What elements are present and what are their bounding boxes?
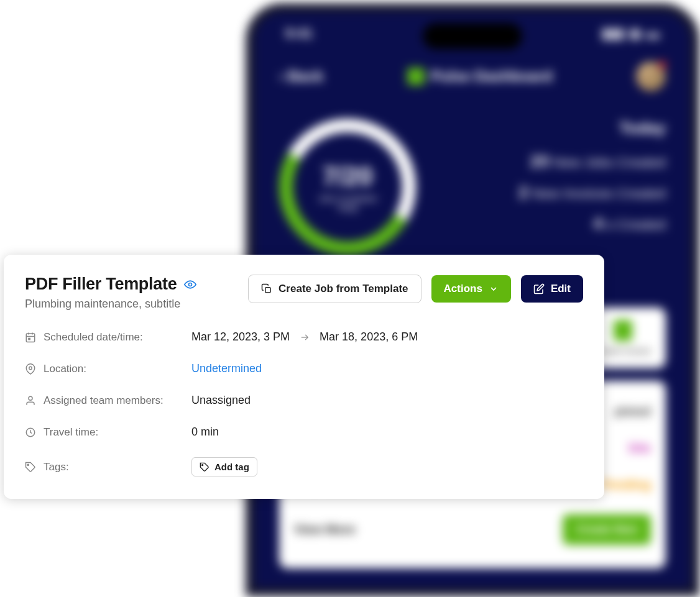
status-badge: pleted	[614, 404, 651, 419]
stat-line: 4 s Created	[435, 214, 666, 234]
scheduled-start: Mar 12, 2023, 3 PM	[191, 330, 290, 344]
svg-point-0	[189, 283, 192, 286]
scheduled-label: Scheduled date/time:	[25, 331, 191, 344]
phone-title-text: Pulse Dashboard	[431, 68, 553, 85]
create-job-label: Create Job from Template	[279, 283, 408, 295]
add-tag-button[interactable]: Add tag	[191, 457, 257, 476]
tag-icon	[25, 462, 36, 473]
tags-row: Tags: Add tag	[25, 457, 583, 476]
status-badge: Pending	[602, 478, 651, 492]
stat-line: 2 New Invoices Created	[435, 183, 666, 203]
location-label: Location:	[25, 363, 191, 375]
phone-stats: Today 20 New Jobs Created 2 New Invoices…	[435, 119, 666, 255]
scheduled-row: Scheduled date/time: Mar 12, 2023, 3 PM …	[25, 330, 583, 344]
phone-status-icons: ▮▮▮ ◉ ▬	[602, 25, 660, 42]
arrow-right-icon	[298, 333, 311, 342]
person-icon	[25, 395, 36, 406]
copy-icon	[261, 283, 272, 294]
location-value[interactable]: Undetermined	[191, 362, 262, 375]
location-icon	[25, 363, 36, 375]
ring-label: Jobs Completed Today	[313, 194, 382, 212]
wifi-icon: ◉	[629, 25, 641, 42]
clock-icon	[25, 427, 36, 438]
assigned-value: Unassigned	[191, 394, 251, 407]
svg-rect-6	[29, 338, 30, 339]
travel-row: Travel time: 0 min	[25, 426, 583, 439]
phone-header: ‹ Back Pulse Dashboard	[254, 42, 691, 104]
edit-label: Edit	[551, 283, 571, 295]
svg-point-9	[29, 396, 32, 400]
list-footer: View More Create New	[294, 503, 651, 556]
chevron-left-icon: ‹	[279, 68, 284, 85]
create-new-button[interactable]: Create New	[563, 514, 651, 545]
svg-point-11	[27, 464, 29, 465]
stats-heading: Today	[435, 119, 666, 138]
svg-rect-1	[265, 288, 270, 293]
scheduled-end: Mar 18, 2023, 6 PM	[320, 330, 418, 344]
stat-line: 20 New Jobs Created	[435, 152, 666, 171]
visibility-icon[interactable]	[184, 278, 196, 291]
travel-label: Travel time:	[25, 426, 191, 439]
create-job-button[interactable]: Create Job from Template	[248, 275, 421, 303]
add-tag-label: Add tag	[214, 462, 249, 472]
tags-label: Tags:	[25, 461, 191, 473]
template-detail-card: PDF Filler Template Plumbing maintenance…	[4, 255, 604, 499]
assigned-label: Assigned team members:	[25, 394, 191, 407]
phone-notch	[423, 23, 522, 49]
edit-button[interactable]: Edit	[521, 275, 583, 303]
edit-icon	[533, 283, 545, 294]
svg-point-8	[29, 367, 32, 370]
scheduled-value: Mar 12, 2023, 3 PM Mar 18, 2023, 6 PM	[191, 330, 418, 344]
phone-time: 9:41	[285, 25, 313, 42]
tags-value: Add tag	[191, 457, 257, 476]
svg-point-12	[202, 464, 203, 465]
page-title: PDF Filler Template	[25, 275, 177, 294]
calendar-icon	[25, 332, 36, 343]
assigned-row: Assigned team members: Unassigned	[25, 394, 583, 407]
tag-icon	[200, 462, 210, 472]
title-block: PDF Filler Template Plumbing maintenance…	[25, 275, 196, 311]
progress-ring: 7/20 Jobs Completed Today	[279, 119, 416, 255]
travel-value: 0 min	[191, 426, 219, 439]
phone-back-button[interactable]: ‹ Back	[279, 68, 323, 85]
battery-icon: ▬	[646, 25, 660, 42]
page-subtitle: Plumbing maintenance, subtitle	[25, 298, 196, 311]
ring-value: 7/20	[313, 162, 382, 191]
avatar[interactable]	[636, 62, 666, 91]
card-header: PDF Filler Template Plumbing maintenance…	[25, 275, 583, 311]
status-badge: Site	[628, 441, 651, 455]
actions-button[interactable]: Actions	[431, 275, 511, 303]
phone-back-label: Back	[288, 68, 323, 85]
view-more-link[interactable]: View More	[294, 522, 356, 537]
chevron-down-icon	[489, 284, 499, 294]
location-row: Location: Undetermined	[25, 362, 583, 375]
info-rows: Scheduled date/time: Mar 12, 2023, 3 PM …	[25, 330, 583, 476]
notification-badge	[658, 60, 668, 70]
invoice-icon	[614, 320, 632, 341]
signal-icon: ▮▮▮	[602, 25, 624, 42]
phone-title: Pulse Dashboard	[407, 68, 553, 85]
card-actions: Create Job from Template Actions Edit	[248, 275, 583, 303]
actions-label: Actions	[444, 283, 482, 295]
pulse-logo-icon	[407, 68, 425, 85]
phone-dashboard: 7/20 Jobs Completed Today Today 20 New J…	[254, 104, 691, 270]
